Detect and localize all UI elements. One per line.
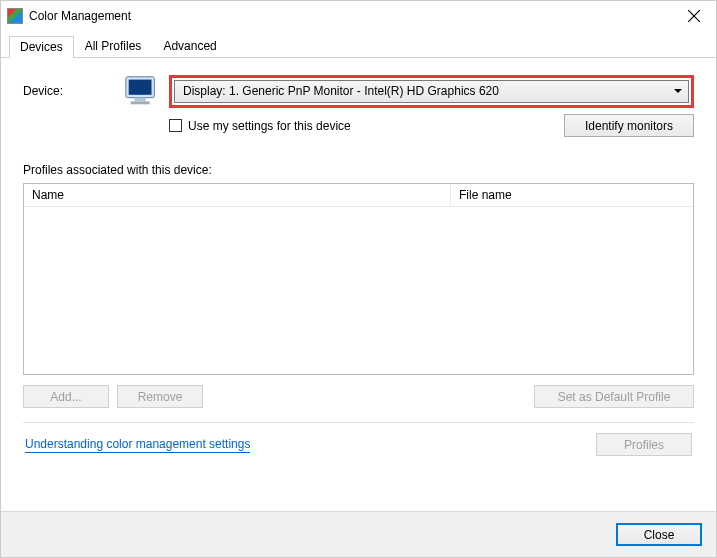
column-file[interactable]: File name [451, 184, 693, 206]
checkbox-box [169, 119, 182, 132]
tab-strip: Devices All Profiles Advanced [1, 31, 716, 58]
set-default-button: Set as Default Profile [534, 385, 694, 408]
device-options-row: Use my settings for this device Identify… [169, 114, 694, 137]
device-dropdown[interactable]: Display: 1. Generic PnP Monitor - Intel(… [174, 80, 689, 103]
divider [23, 422, 694, 423]
device-dropdown-highlight: Display: 1. Generic PnP Monitor - Intel(… [169, 75, 694, 108]
tab-devices[interactable]: Devices [9, 36, 74, 58]
dialog-footer: Close [1, 511, 716, 557]
tab-content: Device: Display: 1. Generic PnP Monitor … [1, 58, 716, 464]
remove-button: Remove [117, 385, 203, 408]
app-icon [7, 8, 23, 24]
add-button: Add... [23, 385, 109, 408]
profiles-header: Profiles associated with this device: [23, 163, 694, 177]
device-row: Device: Display: 1. Generic PnP Monitor … [23, 74, 694, 108]
window-title: Color Management [29, 9, 131, 23]
monitor-icon [123, 74, 161, 108]
svg-rect-5 [131, 101, 150, 104]
chevron-down-icon [674, 89, 682, 93]
bottom-row: Understanding color management settings … [23, 433, 694, 456]
close-icon [688, 10, 700, 22]
device-selected-text: Display: 1. Generic PnP Monitor - Intel(… [183, 84, 499, 98]
understanding-link[interactable]: Understanding color management settings [25, 437, 250, 453]
profiles-button: Profiles [596, 433, 692, 456]
svg-rect-3 [129, 80, 152, 95]
profiles-body [24, 207, 693, 374]
profiles-columns: Name File name [24, 184, 693, 207]
column-name[interactable]: Name [24, 184, 451, 206]
titlebar: Color Management [1, 1, 716, 31]
svg-rect-4 [134, 98, 145, 102]
profiles-listview[interactable]: Name File name [23, 183, 694, 375]
close-button[interactable]: Close [616, 523, 702, 546]
use-my-settings-label: Use my settings for this device [188, 119, 351, 133]
device-label: Device: [23, 84, 115, 98]
use-my-settings-checkbox[interactable]: Use my settings for this device [169, 119, 351, 133]
profiles-actions: Add... Remove Set as Default Profile [23, 385, 694, 408]
tab-advanced[interactable]: Advanced [152, 35, 227, 57]
close-window-button[interactable] [671, 1, 716, 31]
tab-all-profiles[interactable]: All Profiles [74, 35, 153, 57]
identify-monitors-button[interactable]: Identify monitors [564, 114, 694, 137]
